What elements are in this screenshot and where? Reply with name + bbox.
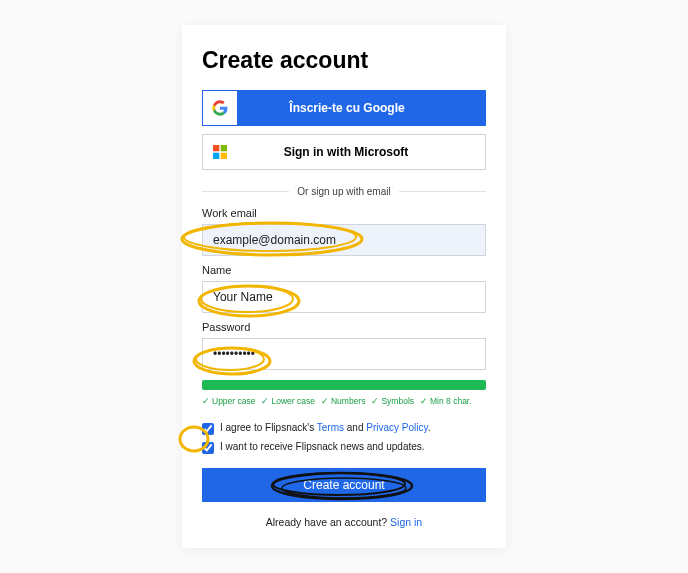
google-signup-button[interactable]: Înscrie-te cu Google <box>202 90 486 126</box>
news-checkbox[interactable] <box>202 442 214 454</box>
req-symbols: Symbols <box>371 396 414 406</box>
news-text: I want to receive Flipsnack news and upd… <box>220 441 425 452</box>
microsoft-signup-label: Sign in with Microsoft <box>237 145 485 159</box>
password-strength-bar <box>202 380 486 390</box>
terms-row[interactable]: I agree to Flipsnack's Terms and Privacy… <box>202 422 486 435</box>
svg-rect-0 <box>213 145 219 151</box>
terms-link[interactable]: Terms <box>317 422 344 433</box>
req-lower: Lower case <box>261 396 314 406</box>
google-icon <box>203 91 237 125</box>
email-field[interactable] <box>202 224 486 256</box>
name-field[interactable] <box>202 281 486 313</box>
svg-rect-1 <box>221 145 227 151</box>
email-label: Work email <box>202 207 486 219</box>
signin-link[interactable]: Sign in <box>390 516 422 528</box>
req-min8: Min 8 char. <box>420 396 472 406</box>
password-requirements: Upper case Lower case Numbers Symbols Mi… <box>202 396 486 406</box>
terms-text: I agree to Flipsnack's Terms and Privacy… <box>220 422 431 433</box>
create-account-button[interactable]: Create account <box>202 468 486 502</box>
privacy-link[interactable]: Privacy Policy <box>366 422 428 433</box>
page-title: Create account <box>202 47 486 74</box>
divider: Or sign up with email <box>202 186 486 197</box>
svg-rect-2 <box>213 153 219 159</box>
name-label: Name <box>202 264 486 276</box>
password-field[interactable] <box>202 338 486 370</box>
google-signup-label: Înscrie-te cu Google <box>238 101 486 115</box>
password-label: Password <box>202 321 486 333</box>
signin-row: Already have an account? Sign in <box>202 516 486 528</box>
req-upper: Upper case <box>202 396 255 406</box>
divider-text: Or sign up with email <box>289 186 398 197</box>
microsoft-signup-button[interactable]: Sign in with Microsoft <box>202 134 486 170</box>
svg-rect-3 <box>221 153 227 159</box>
news-row[interactable]: I want to receive Flipsnack news and upd… <box>202 441 486 454</box>
terms-checkbox[interactable] <box>202 423 214 435</box>
signup-card: Create account Înscrie-te cu Google Sign… <box>182 25 506 548</box>
req-numbers: Numbers <box>321 396 365 406</box>
microsoft-icon <box>203 135 237 169</box>
